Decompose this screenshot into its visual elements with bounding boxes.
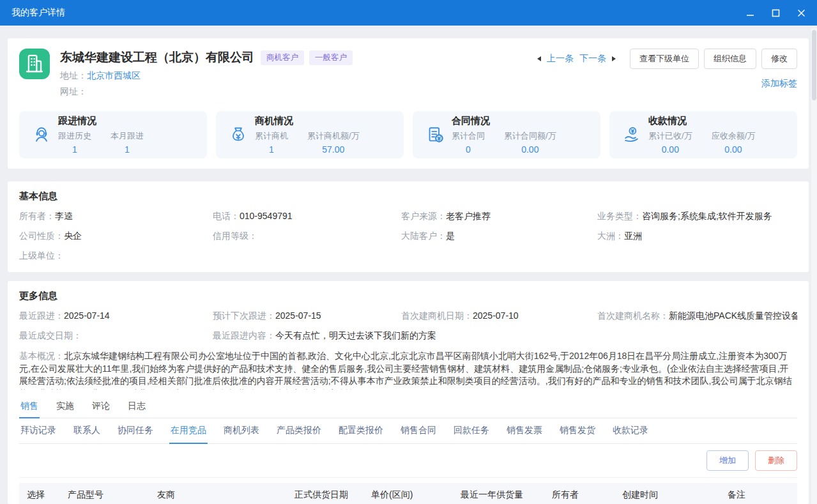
website-row: 网址： [60, 86, 353, 98]
info-field: 公司性质：央企 [19, 231, 213, 242]
field-value: 010-9549791 [240, 211, 293, 221]
main-tab-2[interactable]: 评论 [91, 395, 111, 418]
metric-value: 0 [452, 144, 485, 155]
prev-arrow-icon[interactable] [537, 56, 541, 61]
main-tabs: 销售实施评论日志 [19, 395, 797, 418]
metric-label: 本月跟进 [111, 130, 144, 142]
field-label: 上级单位： [19, 250, 64, 261]
sub-tab-0[interactable]: 拜访记录 [19, 418, 57, 444]
field-value: 老客户推荐 [446, 211, 491, 221]
more-info-grid: 最近跟进：2025-07-14预计下次跟进：2025-07-15首次建商机日期：… [19, 310, 797, 342]
maximize-icon[interactable] [772, 9, 780, 17]
vertical-scrollbar[interactable] [811, 28, 817, 504]
field-label: 预计下次跟进： [213, 310, 275, 321]
sub-tab-6[interactable]: 配置类报价 [337, 418, 385, 444]
window-controls [746, 9, 806, 17]
view-subordinate-units-button[interactable]: 查看下级单位 [630, 49, 699, 69]
field-label: 业务类型： [597, 211, 642, 221]
profile-label: 基本概况： [19, 351, 64, 361]
column-header: 友商 [149, 483, 287, 504]
table-toolbar: 增加 删除 [19, 444, 797, 478]
window-title: 我的客户详情 [11, 7, 65, 19]
sub-tab-11[interactable]: 收款记录 [611, 418, 650, 444]
field-label: 信用等级： [213, 231, 257, 241]
add-tag-link[interactable]: 添加标签 [761, 78, 797, 88]
next-arrow-icon[interactable] [612, 56, 616, 61]
sub-tab-5[interactable]: 产品类报价 [275, 418, 323, 444]
column-header: 备注 [720, 483, 797, 504]
field-value: 新能源电池PACK线质量管控设备 [669, 310, 797, 321]
sub-tab-10[interactable]: 销售发货 [558, 418, 597, 444]
field-label: 公司性质： [19, 231, 64, 241]
field-value: 是 [446, 231, 455, 241]
more-info-title: 更多信息 [19, 290, 797, 302]
customer-tags: 商机客户一般客户 [261, 50, 353, 65]
field-value: 2025-07-14 [64, 310, 110, 321]
column-header: 产品型号 [60, 483, 149, 504]
headset-icon [28, 125, 55, 144]
metric-value: 0.00 [648, 144, 692, 155]
info-field: 大陆客户：是 [401, 231, 597, 242]
minimize-icon[interactable] [746, 9, 754, 17]
company-name: 东城华建建设工程（北京）有限公司 [60, 49, 254, 66]
add-button[interactable]: 增加 [706, 450, 749, 471]
next-record-link[interactable]: 下一条 [579, 53, 606, 65]
company-profile: 基本概况：北京东城华建钢结构工程有限公司办公室地址位于中国的首都,政治、文化中心… [19, 350, 797, 390]
column-header: 正式供货日期 [287, 483, 363, 504]
info-field: 大洲：亚洲 [597, 231, 797, 242]
field-label: 首次建商机名称： [597, 310, 669, 321]
stat-card: 收款情况累计已收/万0.00应收余额/万0.00 [609, 111, 797, 158]
field-label: 客户来源： [401, 211, 446, 221]
scrollbar-thumb[interactable] [812, 30, 816, 100]
sub-tab-1[interactable]: 联系人 [72, 418, 102, 444]
sub-tabs: 拜访记录联系人协同任务在用竞品商机列表产品类报价配置类报价销售合同回款任务销售发… [19, 418, 797, 444]
stat-metric: 本月跟进1 [111, 130, 144, 155]
close-icon[interactable] [797, 9, 806, 17]
record-pager: 上一条 下一条 [537, 53, 616, 65]
more-info-section: 更多信息 最近跟进：2025-07-14预计下次跟进：2025-07-15首次建… [8, 281, 809, 504]
sub-tab-7[interactable]: 销售合同 [399, 418, 438, 444]
info-field: 信用等级： [213, 231, 401, 242]
metric-value: 0.00 [712, 144, 756, 155]
metric-label: 累计商机 [255, 130, 288, 142]
field-value: 亚洲 [624, 231, 642, 241]
field-label: 电话： [213, 211, 240, 221]
metric-value: 1 [255, 144, 288, 155]
modify-button[interactable]: 修改 [761, 49, 797, 69]
sub-tab-9[interactable]: 销售发票 [505, 418, 544, 444]
address-link[interactable]: 北京市西城区 [87, 70, 141, 80]
column-header: 单价(区间) [363, 483, 453, 504]
stat-metric: 累计已收/万0.00 [648, 130, 692, 155]
hand-coin-icon [618, 125, 645, 144]
sub-tab-8[interactable]: 回款任务 [452, 418, 491, 444]
info-field: 上级单位： [19, 250, 213, 262]
field-label: 首次建商机日期： [401, 310, 473, 321]
field-label: 最近跟进内容： [213, 330, 275, 340]
metric-label: 累计已收/万 [648, 130, 692, 142]
info-field: 最近成交日期： [19, 330, 213, 342]
main-tab-0[interactable]: 销售 [19, 395, 40, 418]
stat-metric: 累计合同0 [452, 130, 485, 155]
stat-card: 商机情况累计商机1累计商机额/万57.00 [216, 111, 404, 158]
column-header: 选择 [19, 483, 60, 504]
basic-info-grid: 所有者：李逵电话：010-9549791客户来源：老客户推荐业务类型：咨询服务;… [19, 211, 797, 262]
stat-title: 商机情况 [255, 115, 360, 127]
info-field: 业务类型：咨询服务;系统集成;软件开发服务 [597, 211, 797, 222]
prev-record-link[interactable]: 上一条 [547, 53, 574, 65]
sub-tab-3[interactable]: 在用竞品 [169, 418, 208, 444]
main-tab-3[interactable]: 日志 [126, 395, 147, 418]
field-label: 最近跟进： [19, 310, 64, 321]
sub-tab-4[interactable]: 商机列表 [222, 418, 261, 444]
column-header: 最近一年供货量 [453, 483, 544, 504]
field-value: 2025-07-15 [275, 310, 321, 321]
stat-title: 跟进情况 [58, 115, 144, 127]
organization-info-button[interactable]: 组织信息 [704, 49, 756, 69]
basic-info-title: 基本信息 [19, 190, 797, 202]
sub-tab-2[interactable]: 协同任务 [116, 418, 155, 444]
field-label: 所有者： [19, 211, 55, 221]
metric-label: 应收余额/万 [712, 130, 756, 142]
delete-button[interactable]: 删除 [755, 450, 797, 471]
profile-text: 北京东城华建钢结构工程有限公司办公室地址位于中国的首都,政治、文化中心北京,北京… [19, 351, 791, 390]
main-tab-1[interactable]: 实施 [55, 395, 75, 418]
info-field: 预计下次跟进：2025-07-15 [213, 310, 401, 322]
